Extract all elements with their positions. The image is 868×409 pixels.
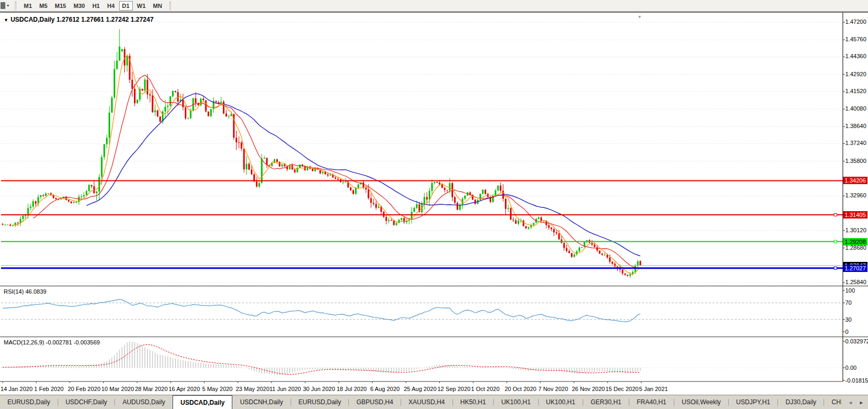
price-axis-tick[interactable]: 1.30120 bbox=[845, 227, 866, 233]
chart-tabs-bar: EURUSD,DailyUSDCHF,DailyAUDUSD,DailyUSDC… bbox=[0, 395, 868, 409]
timeframe-mn[interactable]: MN bbox=[150, 1, 165, 11]
macd-axis-tick[interactable]: 0.032972 bbox=[845, 338, 868, 344]
tab-scroll-arrows: ◄ ► bbox=[842, 395, 868, 409]
top-toolbar: ▾ M1M5M15M30H1H4D1W1MN bbox=[0, 0, 868, 12]
date-label[interactable]: 7 Nov 2020 bbox=[538, 386, 568, 392]
date-label[interactable]: 28 Mar 2020 bbox=[135, 386, 168, 392]
date-label[interactable]: 15 Dec 2020 bbox=[605, 386, 638, 392]
tab-eurusd-daily[interactable]: EURUSD,Daily bbox=[0, 395, 58, 409]
macd-label: MACD(12,26,9) -0.002781 -0.003569 bbox=[4, 339, 100, 346]
date-label[interactable]: 14 Jan 2020 bbox=[1, 386, 33, 392]
tab-usdchf-daily[interactable]: USDCHF,Daily bbox=[58, 395, 115, 409]
date-label[interactable]: 16 Apr 2020 bbox=[169, 386, 200, 392]
hline-label-1-34206[interactable]: 1.34206 bbox=[843, 177, 867, 184]
date-label[interactable]: 1 Oct 2020 bbox=[471, 386, 500, 392]
chart-canvas[interactable] bbox=[0, 13, 868, 383]
rsi-label: RSI(14) 46.0839 bbox=[4, 288, 47, 295]
date-label[interactable]: 30 Jun 2020 bbox=[303, 386, 336, 392]
hline-label-1-29208[interactable]: 1.29208 bbox=[843, 238, 867, 246]
timeframe-buttons: M1M5M15M30H1H4D1W1MN bbox=[20, 1, 166, 11]
tab-usdcnh-daily[interactable]: USDCNH,Daily bbox=[232, 395, 290, 409]
price-axis-tick[interactable]: 1.45760 bbox=[845, 36, 866, 42]
date-label[interactable]: 6 Aug 2020 bbox=[370, 386, 400, 392]
tab-gbpusd-h4[interactable]: GBPUSD,H4 bbox=[349, 395, 400, 409]
date-label[interactable]: 5 May 2020 bbox=[202, 386, 232, 392]
price-axis-tick[interactable]: 1.32960 bbox=[845, 192, 866, 198]
date-label[interactable]: 10 Mar 2020 bbox=[102, 386, 134, 392]
tab-dj30-daily[interactable]: DJ30,Daily bbox=[778, 395, 824, 409]
price-axis-tick[interactable]: 1.40080 bbox=[845, 105, 866, 112]
price-axis-tick[interactable]: 1.42920 bbox=[845, 71, 866, 77]
rsi-axis-tick[interactable]: 70 bbox=[845, 299, 852, 306]
tab-scroll-left-icon[interactable]: ◄ bbox=[848, 400, 853, 405]
chart-title: ▼USDCAD,Daily 1.27612 1.27661 1.27242 1.… bbox=[4, 16, 153, 23]
tool-dropdown-icon[interactable]: ▾ bbox=[7, 3, 9, 8]
price-axis-tick[interactable]: 1.25840 bbox=[845, 279, 866, 285]
date-label[interactable]: 23 May 2020 bbox=[236, 386, 270, 392]
tab-ger30-h1[interactable]: GER30,H1 bbox=[583, 395, 629, 409]
date-label[interactable]: 1 Feb 2020 bbox=[34, 386, 64, 392]
date-label[interactable]: 20 Feb 2020 bbox=[68, 386, 101, 392]
tab-uk100-h1[interactable]: UK100,H1 bbox=[494, 395, 538, 409]
hline-label-1-27027[interactable]: 1.27027 bbox=[843, 265, 867, 272]
tab-fra40-h1[interactable]: FRA40,H1 bbox=[629, 395, 674, 409]
toolbar-grip[interactable] bbox=[15, 2, 16, 10]
date-label[interactable]: 12 Sep 2020 bbox=[438, 386, 471, 392]
hline-label-1-31405[interactable]: 1.31405 bbox=[843, 211, 867, 219]
timeframe-m15[interactable]: M15 bbox=[52, 1, 69, 11]
timeframe-m5[interactable]: M5 bbox=[36, 1, 50, 11]
date-label[interactable]: 20 Oct 2020 bbox=[505, 386, 537, 392]
price-axis-tick[interactable]: 1.37240 bbox=[845, 140, 866, 146]
date-label[interactable]: 18 Jul 2020 bbox=[337, 386, 367, 392]
price-axis-tick[interactable]: 1.41520 bbox=[845, 88, 866, 94]
tab-usdjpy-h1[interactable]: USDJPY,H1 bbox=[729, 395, 777, 409]
rsi-axis-tick[interactable]: 100 bbox=[845, 287, 855, 294]
price-axis-tick[interactable]: 1.44360 bbox=[845, 53, 866, 59]
tab-usoil-weekly[interactable]: USOil,Weekly bbox=[674, 395, 728, 409]
tab-hk50-h1[interactable]: HK50,H1 bbox=[453, 395, 494, 409]
price-axis-tick[interactable]: 1.35800 bbox=[845, 158, 866, 164]
tab-eurusd-daily[interactable]: EURUSD,Daily bbox=[291, 395, 349, 409]
clipped-tool-icon[interactable] bbox=[1, 2, 5, 9]
chart-window: ▼USDCAD,Daily 1.27612 1.27661 1.27242 1.… bbox=[0, 12, 868, 395]
date-label[interactable]: 26 Nov 2020 bbox=[572, 386, 605, 392]
timeframe-h1[interactable]: H1 bbox=[89, 1, 103, 11]
timeframe-m30[interactable]: M30 bbox=[70, 1, 88, 11]
price-axis-tick[interactable]: 1.47200 bbox=[845, 19, 866, 25]
tab-xauusd-h4[interactable]: XAUUSD,H4 bbox=[401, 395, 453, 409]
rsi-axis-tick[interactable]: 0 bbox=[845, 329, 848, 335]
tab-audusd-daily[interactable]: AUDUSD,Daily bbox=[115, 395, 173, 409]
macd-axis-tick[interactable]: -0.018154 bbox=[845, 377, 868, 384]
timeframe-d1[interactable]: D1 bbox=[119, 1, 133, 11]
tab-scroll-right-icon[interactable]: ► bbox=[859, 400, 864, 405]
timeframe-w1[interactable]: W1 bbox=[134, 1, 149, 11]
timeframe-h4[interactable]: H4 bbox=[104, 1, 117, 11]
toolbar-grip-end[interactable] bbox=[169, 2, 171, 10]
macd-axis-tick[interactable]: 0.00 bbox=[845, 365, 856, 371]
tab-uk100-h1[interactable]: UK100,H1 bbox=[539, 395, 583, 409]
date-label[interactable]: 5 Jan 2021 bbox=[639, 386, 668, 392]
chart-quote: 1.27612 1.27661 1.27242 1.27247 bbox=[57, 16, 154, 23]
timeframe-m1[interactable]: M1 bbox=[21, 1, 35, 11]
chart-symbol: USDCAD,Daily bbox=[11, 16, 55, 23]
date-label[interactable]: 11 Jun 2020 bbox=[269, 386, 301, 392]
tab-usdcad-daily[interactable]: USDCAD,Daily bbox=[173, 395, 232, 409]
chart-shift-icon[interactable]: ▾ bbox=[638, 14, 641, 20]
chart-dropdown-icon[interactable]: ▼ bbox=[4, 17, 8, 23]
date-label[interactable]: 25 Aug 2020 bbox=[404, 386, 437, 392]
rsi-axis-tick[interactable]: 30 bbox=[845, 316, 852, 323]
price-axis-tick[interactable]: 1.38640 bbox=[845, 123, 866, 129]
